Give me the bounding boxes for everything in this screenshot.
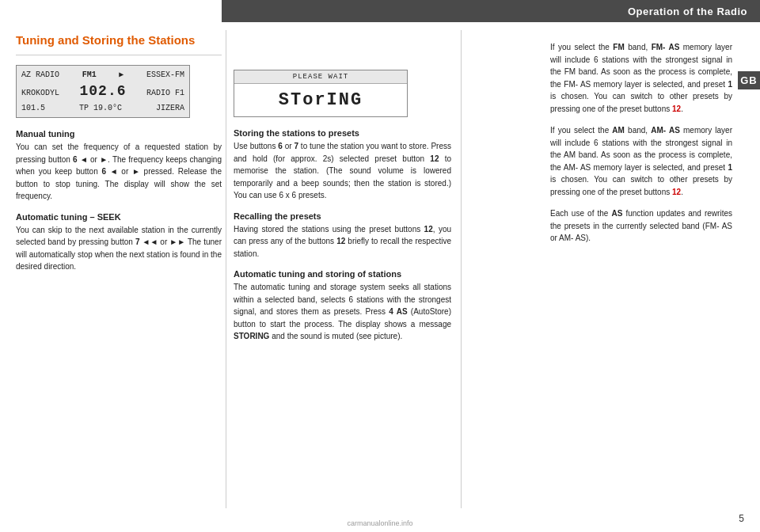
right-text-2: If you select the AM band, AM- AS memory… (550, 124, 732, 198)
left-divider (226, 30, 226, 508)
radio-101: 101.5 (21, 102, 45, 114)
storing-display: PLEASE WAIT STorING (234, 70, 408, 117)
header-title: Operation of the Radio (628, 6, 747, 17)
radio-arrow: ▶ (119, 69, 124, 81)
storing-top-text: PLEASE WAIT (234, 70, 407, 84)
radio-essex: ESSEX-FM (146, 69, 184, 81)
radio-row-3: 101.5 TP 19.0°C JIZERA (21, 102, 184, 114)
right-text-1: If you select the FM band, FM- AS memory… (550, 41, 732, 115)
radio-frequency: 102.6 (79, 81, 126, 102)
radio-row-2: KROKODYL 102.6 RADIO F1 (21, 81, 184, 102)
right-text-3: Each use of the AS function updates and … (550, 207, 732, 245)
radio-krokodyl: KROKODYL (21, 87, 59, 99)
right-divider (461, 30, 462, 508)
storing-main-text: STorING (234, 84, 407, 116)
radio-jizera: JIZERA (156, 102, 184, 114)
right-column: If you select the FM band, FM- AS memory… (550, 30, 732, 245)
radio-label-az: AZ RADIO (21, 69, 59, 81)
watermark: carmanualonline.info (0, 519, 760, 527)
left-column: Tuning and Storing the Stations AZ RADIO… (16, 30, 222, 273)
radio-temp: TP 19.0°C (79, 102, 122, 114)
storing-presets-heading: Storing the stations to presets (234, 128, 451, 138)
manual-tuning-heading: Manual tuning (16, 129, 222, 139)
manual-tuning-text: You can set the frequency of a requested… (16, 141, 222, 203)
auto-tuning-text: You can skip to the next available stati… (16, 224, 222, 273)
auto-storing-text: The automatic tuning and storage system … (234, 281, 451, 343)
radio-radio-f1: RADIO F1 (146, 87, 184, 99)
radio-display: AZ RADIO FM1 ▶ ESSEX-FM KROKODYL 102.6 R… (16, 65, 190, 118)
auto-tuning-heading: Automatic tuning – SEEK (16, 212, 222, 222)
mid-column: PLEASE WAIT STorING Storing the stations… (234, 30, 451, 343)
recalling-presets-text: Having stored the stations using the pre… (234, 223, 451, 260)
title-rule (16, 55, 222, 55)
radio-fm1: FM1 (82, 69, 97, 81)
radio-row-1: AZ RADIO FM1 ▶ ESSEX-FM (21, 69, 184, 81)
recalling-presets-heading: Recalling the presets (234, 211, 451, 221)
gb-tab: GB (738, 71, 760, 89)
storing-presets-text: Use buttons 6 or 7 to tune the station y… (234, 140, 451, 202)
page-title: Tuning and Storing the Stations (16, 33, 222, 47)
auto-storing-heading: Automatic tuning and storing of stations (234, 269, 451, 279)
header-bar: Operation of the Radio (222, 0, 760, 22)
